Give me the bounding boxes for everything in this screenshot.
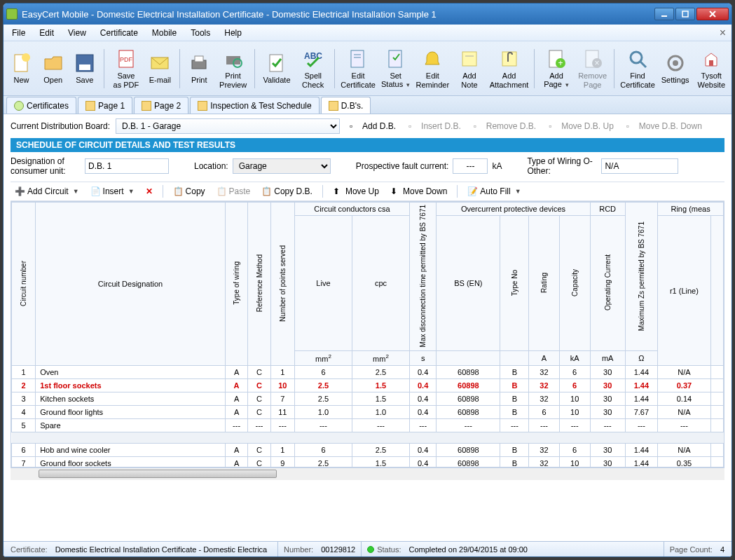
ribbon-email-button[interactable]: E-mail [146,44,174,93]
pfc-label: Prospective fault current: [356,161,449,171]
new-icon [11,52,33,74]
svg-point-33 [673,60,678,66]
window-title: EasyCert Mobile - Domestic Electrical In… [22,9,654,20]
menu-help[interactable]: Help [217,27,249,39]
note-icon [458,48,481,70]
minimize-button[interactable] [654,8,674,20]
menu-tools[interactable]: Tools [184,27,217,39]
copy-db-button[interactable]: 📋Copy D.B. [257,185,317,198]
table-row[interactable]: 7Ground floor socketsAC92.51.50.460898B3… [12,457,724,467]
paste-button[interactable]: 📋Paste [212,185,255,198]
svg-line-31 [640,62,646,67]
ribbon-validate-button[interactable]: Validate [261,44,293,93]
menubar: File Edit View Certificate Mobile Tools … [4,25,731,41]
designation-input[interactable] [85,158,169,174]
menu-edit[interactable]: Edit [32,27,61,39]
db-action-move-d-b-down: ▫Move D.B. Down [622,120,706,132]
doc-close-icon[interactable]: × [715,27,730,39]
tab-icon [142,101,151,111]
tab-icon [14,101,24,111]
ribbon-spell-button[interactable]: ABCSpellCheck [297,44,329,93]
table-row[interactable]: 1OvenAC162.50.460898B326301.44N/A [12,366,724,379]
ribbon-preview-button[interactable]: PrintPreview [217,44,249,93]
form-row: Designation of consumer unit: Location: … [11,156,724,176]
table-row[interactable]: 6Hob and wine coolerAC162.50.460898B3263… [12,444,724,457]
ribbon-save-button[interactable]: Save [71,44,98,93]
ribbon-attach-button[interactable]: AddAttachment [490,44,529,93]
menu-mobile[interactable]: Mobile [145,27,184,39]
db-action-remove-d-b-: ▫Remove D.B. [469,120,540,132]
window-buttons [654,8,729,20]
ribbon-note-button[interactable]: AddNote [453,44,486,93]
down-icon: ⬇ [390,186,400,196]
website-icon [700,48,722,70]
table-row[interactable]: 21st floor socketsAC102.51.50.460898B326… [12,379,724,392]
tabbar: CertificatesPage 1Page 2Inspection & Tes… [4,96,731,114]
ribbon-reminder-button[interactable]: EditReminder [415,44,449,93]
email-icon [149,52,171,74]
db-action-icon: ▫ [626,121,636,131]
up-icon: ⬆ [333,186,343,196]
insert-button[interactable]: 📄Insert▼ [86,185,139,198]
ribbon: NewOpenSavePDFSaveas PDFE-mailPrintPrint… [4,41,731,96]
db-action-insert-d-b-: ▫Insert D.B. [404,120,465,132]
ribbon-settings-button[interactable]: Settings [659,44,692,93]
db-action-move-d-b-up: ▫Move D.B. Up [544,120,618,132]
table-row[interactable]: 4Ground floor lightsAC111.01.00.460898B6… [12,406,724,419]
menu-file[interactable]: File [5,27,32,39]
ribbon-status-button[interactable]: SetStatus ▾ [380,44,412,93]
tab-icon [85,101,95,111]
tab-icon [198,101,207,111]
copy-button[interactable]: 📋Copy [169,185,209,198]
ribbon-find-button[interactable]: FindCertificate [620,44,655,93]
ribbon-new-button[interactable]: New [8,44,35,93]
tab-page-1[interactable]: Page 1 [78,97,132,114]
add-circuit-button[interactable]: ➕Add Circuit▼ [11,185,83,198]
wiring-label: Type of Wiring O-Other: [527,156,597,176]
tab-page-2[interactable]: Page 2 [134,97,188,114]
table-row[interactable]: 3Kitchen socketsAC72.51.50.460898B321030… [12,392,724,406]
paste-icon: 📋 [217,186,226,196]
svg-text:×: × [594,58,599,68]
horizontal-scrollbar[interactable] [11,467,724,480]
status-icon [385,48,407,70]
ribbon-addpage-button[interactable]: +AddPage ▾ [540,44,572,93]
ribbon-website-button[interactable]: TysoftWebsite [695,44,727,93]
move-up-button[interactable]: ⬆Move Up [329,185,383,198]
pfc-input[interactable] [453,158,488,174]
location-select[interactable]: Garage [233,158,331,174]
section-header: SCHEDULE OF CIRCUIT DETAILS AND TEST RES… [11,138,724,152]
ribbon-print-button[interactable]: Print [186,44,213,93]
db-select[interactable]: D.B. 1 - Garage [116,118,340,134]
db-action-add-d-b-[interactable]: ▫Add D.B. [345,120,400,132]
ribbon-pdf-button[interactable]: PDFSaveas PDF [110,44,142,93]
find-icon [626,48,649,70]
addpage-icon: + [545,48,568,70]
table-row[interactable]: 5Spare----------------------------------… [12,419,724,432]
circuit-grid[interactable]: Circuit number Circuit Designation Type … [11,201,724,467]
save-icon [74,52,96,74]
menu-certificate[interactable]: Certificate [93,27,145,39]
tab-certificates[interactable]: Certificates [6,97,76,114]
wiring-input[interactable] [601,158,678,174]
table-row[interactable] [12,432,724,444]
tab-inspection-test-schedule[interactable]: Inspection & Test Schedule [190,97,320,114]
copy-db-icon: 📋 [261,186,271,196]
move-down-button[interactable]: ⬇Move Down [386,185,451,198]
delete-row-button[interactable]: ✕ [142,185,157,198]
removepage-icon: × [582,48,604,70]
maximize-button[interactable] [675,8,695,20]
svg-rect-12 [195,56,203,62]
svg-rect-17 [351,50,364,67]
distribution-board-bar: Current Distribution Board: D.B. 1 - Gar… [11,118,724,134]
ribbon-open-button[interactable]: Open [39,44,67,93]
autofill-icon: 📝 [467,186,477,196]
close-button[interactable] [696,8,729,20]
ribbon-editcert-button[interactable]: EditCertificate [341,44,376,93]
menu-view[interactable]: View [61,27,93,39]
tab-d-b-s-[interactable]: D.B's. [321,97,371,114]
autofill-button[interactable]: 📝Auto Fill▼ [463,185,525,198]
ribbon-removepage-button: ×RemovePage [577,44,609,93]
copy-icon: 📋 [173,186,183,196]
scrollbar-thumb[interactable] [39,470,277,478]
